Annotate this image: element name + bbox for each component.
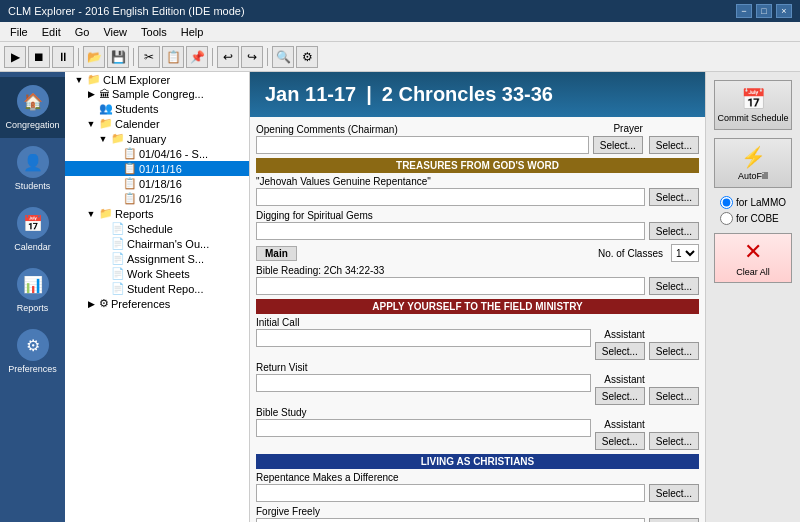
sidebar-item-congregation[interactable]: 🏠 Congregation <box>0 77 65 138</box>
assistant-label-2: Assistant <box>604 374 645 385</box>
toolbar-btn-10[interactable]: ↪ <box>241 46 263 68</box>
toolbar-btn-search[interactable]: 🔍 <box>272 46 294 68</box>
tree-student-repo[interactable]: 📄 Student Repo... <box>65 281 249 296</box>
tree-week-jan18[interactable]: 📋 01/18/16 <box>65 176 249 191</box>
menu-edit[interactable]: Edit <box>36 25 67 39</box>
bible-study-right2: x Select... <box>649 419 699 450</box>
toolbar-btn-7[interactable]: 📋 <box>162 46 184 68</box>
toolbar-btn-6[interactable]: ✂ <box>138 46 160 68</box>
tree-calender[interactable]: ▼ 📁 Calender <box>65 116 249 131</box>
bible-reading-row: Select... <box>256 277 699 295</box>
tree-january[interactable]: ▼ 📁 January <box>65 131 249 146</box>
menu-tools[interactable]: Tools <box>135 25 173 39</box>
initial-call-input[interactable] <box>256 329 591 347</box>
return-visit-select[interactable]: Select... <box>595 387 645 405</box>
bible-study-row: Assistant Select... x Select... <box>256 419 699 450</box>
close-button[interactable]: × <box>776 4 792 18</box>
topic4-input[interactable] <box>256 518 645 522</box>
content-header: Jan 11-17 | 2 Chroncles 33-36 <box>250 72 705 117</box>
bible-study-select[interactable]: Select... <box>595 432 645 450</box>
main-row: Main No. of Classes 1 2 <box>256 244 699 262</box>
sidebar-item-students[interactable]: 👤 Students <box>0 138 65 199</box>
tree-preferences[interactable]: ▶ ⚙ Preferences <box>65 296 249 311</box>
tree-assignment-s[interactable]: 📄 Assignment S... <box>65 251 249 266</box>
topic3-select-btn[interactable]: Select... <box>649 484 699 502</box>
radio-lammmo[interactable]: for LaMMO <box>720 196 786 209</box>
tree-sample-cong[interactable]: ▶ 🏛 Sample Congreg... <box>65 87 249 101</box>
no-classes-select[interactable]: 1 2 <box>671 244 699 262</box>
sidebar-item-calendar[interactable]: 📅 Calendar <box>0 199 65 260</box>
bible-reading-select-btn[interactable]: Select... <box>649 277 699 295</box>
christians-header: LIVING AS CHRISTIANS <box>256 454 699 469</box>
bible-study-input[interactable] <box>256 419 591 437</box>
main-layout: 🏠 Congregation 👤 Students 📅 Calendar 📊 R… <box>0 72 800 522</box>
tree-work-sheets[interactable]: 📄 Work Sheets <box>65 266 249 281</box>
toolbar-btn-9[interactable]: ↩ <box>217 46 239 68</box>
menu-view[interactable]: View <box>97 25 133 39</box>
initial-call-select2[interactable]: Select... <box>649 342 699 360</box>
sidebar-icons: 🏠 Congregation 👤 Students 📅 Calendar 📊 R… <box>0 72 65 522</box>
radio-cobe[interactable]: for COBE <box>720 212 786 225</box>
bible-reading-label: Bible Reading: 2Ch 34:22-33 <box>256 265 699 276</box>
topic2-input[interactable] <box>256 222 645 240</box>
commit-schedule-btn[interactable]: 📅 Commit Schedule <box>714 80 792 130</box>
return-visit-right2: x Select... <box>649 374 699 405</box>
tree-chairmans-outline[interactable]: 📄 Chairman's Ou... <box>65 236 249 251</box>
congregation-icon: 🏠 <box>17 85 49 117</box>
autofill-btn[interactable]: ⚡ AutoFill <box>714 138 792 188</box>
toolbar-btn-3[interactable]: ⏸ <box>52 46 74 68</box>
toolbar-sep-4 <box>267 48 268 66</box>
sidebar-item-preferences[interactable]: ⚙ Preferences <box>0 321 65 382</box>
topic2-select-btn[interactable]: Select... <box>649 222 699 240</box>
topic1-input[interactable] <box>256 188 645 206</box>
return-visit-input[interactable] <box>256 374 591 392</box>
topic4-row: Select... <box>256 518 699 522</box>
menu-help[interactable]: Help <box>175 25 210 39</box>
expand-icon <box>97 283 109 295</box>
content-area: Jan 11-17 | 2 Chroncles 33-36 Opening Co… <box>250 72 705 522</box>
opening-row: Opening Comments (Chairman) Prayer Selec… <box>256 123 699 154</box>
initial-call-select[interactable]: Select... <box>595 342 645 360</box>
radio-group: for LaMMO for COBE <box>720 196 786 225</box>
assistant-label-3: Assistant <box>604 419 645 430</box>
minimize-button[interactable]: − <box>736 4 752 18</box>
bible-study-select2[interactable]: Select... <box>649 432 699 450</box>
expand-icon: ▼ <box>97 133 109 145</box>
return-visit-select2[interactable]: Select... <box>649 387 699 405</box>
topic4-select-btn[interactable]: Select... <box>649 518 699 522</box>
toolbar-btn-4[interactable]: 📂 <box>83 46 105 68</box>
topic1-select-btn[interactable]: Select... <box>649 188 699 206</box>
tree-week-jan11[interactable]: 📋 01/11/16 <box>65 161 249 176</box>
students-icon: 👤 <box>17 146 49 178</box>
tree-week-jan25[interactable]: 📋 01/25/16 <box>65 191 249 206</box>
topic4-label: Forgive Freely <box>256 506 699 517</box>
clear-all-btn[interactable]: ✕ Clear All <box>714 233 792 283</box>
assistant-label-1: Assistant <box>604 329 645 340</box>
menu-file[interactable]: File <box>4 25 34 39</box>
right-panel: 📅 Commit Schedule ⚡ AutoFill for LaMMO f… <box>705 72 800 522</box>
radio-cobe-input[interactable] <box>720 212 733 225</box>
sidebar-item-reports[interactable]: 📊 Reports <box>0 260 65 321</box>
radio-lammmo-input[interactable] <box>720 196 733 209</box>
topic2-row: Select... <box>256 222 699 240</box>
menu-go[interactable]: Go <box>69 25 96 39</box>
topic3-input[interactable] <box>256 484 645 502</box>
tree-clm-explorer[interactable]: ▼ 📁 CLM Explorer <box>65 72 249 87</box>
treasures-header: TREASURES FROM GOD'S WORD <box>256 158 699 173</box>
maximize-button[interactable]: □ <box>756 4 772 18</box>
prayer-select-btn[interactable]: Select... <box>649 136 699 154</box>
opening-select-btn[interactable]: Select... <box>593 136 643 154</box>
toolbar-btn-gear[interactable]: ⚙ <box>296 46 318 68</box>
tree-reports[interactable]: ▼ 📁 Reports <box>65 206 249 221</box>
bible-study-right: Assistant Select... <box>595 419 645 450</box>
toolbar-btn-8[interactable]: 📌 <box>186 46 208 68</box>
tree-week-jan4[interactable]: 📋 01/04/16 - S... <box>65 146 249 161</box>
toolbar-btn-1[interactable]: ▶ <box>4 46 26 68</box>
calendar-icon: 📅 <box>17 207 49 239</box>
tree-schedule[interactable]: 📄 Schedule <box>65 221 249 236</box>
toolbar-btn-5[interactable]: 💾 <box>107 46 129 68</box>
toolbar-btn-2[interactable]: ⏹ <box>28 46 50 68</box>
tree-students[interactable]: 👥 Students <box>65 101 249 116</box>
bible-reading-input[interactable] <box>256 277 645 295</box>
opening-input[interactable] <box>256 136 589 154</box>
